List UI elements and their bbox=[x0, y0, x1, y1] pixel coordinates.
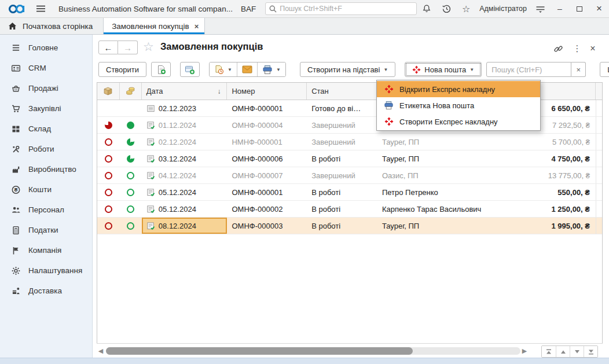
cell-sum[interactable]: 4 750,00, ₴ bbox=[498, 150, 596, 167]
cell-number[interactable]: ОМНФ-000007 bbox=[227, 167, 307, 183]
sidebar-item-company[interactable]: Компанія bbox=[0, 240, 92, 260]
cell-shipment-status[interactable] bbox=[97, 218, 120, 234]
order-row[interactable]: 04.12.2024ОМНФ-000007ЗавершенийОазис, ПП… bbox=[97, 167, 602, 184]
cell-payment-status[interactable] bbox=[120, 117, 142, 133]
more-menu-icon[interactable]: ⋮ bbox=[571, 43, 584, 54]
order-row[interactable]: 05.12.2024ОМНФ-000001В роботіПетро Петре… bbox=[97, 184, 602, 201]
go-up-row-button[interactable] bbox=[556, 346, 570, 357]
sidebar-item-taxes[interactable]: Податки bbox=[0, 220, 92, 240]
cell-payment-status[interactable] bbox=[120, 201, 142, 217]
cell-shipment-status[interactable] bbox=[97, 134, 120, 150]
cell-shipment-status[interactable] bbox=[97, 167, 120, 183]
back-button[interactable]: ← bbox=[98, 41, 118, 54]
cell-payment-status[interactable] bbox=[120, 134, 142, 150]
global-search-input[interactable] bbox=[280, 5, 413, 13]
scroll-left-icon[interactable]: ◀ bbox=[97, 347, 105, 355]
cell-sum[interactable]: 5 700,00, ₴ bbox=[498, 134, 596, 150]
create-button[interactable]: Створити bbox=[98, 62, 146, 77]
cell-number[interactable]: ОМНФ-000004 bbox=[227, 117, 307, 133]
more-button[interactable]: Ще ▼ bbox=[600, 62, 609, 77]
sidebar-item-money[interactable]: ₴Кошти bbox=[0, 179, 92, 200]
cell-number[interactable]: ОМНФ-000006 bbox=[227, 150, 307, 167]
cell-customer[interactable]: Карпенко Тарас Васильович bbox=[377, 201, 499, 217]
cell-state[interactable]: В роботі bbox=[307, 150, 377, 167]
go-last-row-button[interactable] bbox=[584, 346, 597, 357]
cell-number[interactable]: ОМНФ-000003 bbox=[227, 218, 307, 234]
cell-payment-status[interactable] bbox=[120, 218, 142, 234]
new-card-button[interactable] bbox=[180, 62, 200, 77]
cell-date[interactable]: 02.12.2024 bbox=[142, 134, 228, 150]
cell-number[interactable]: ОМНФ-000002 bbox=[227, 201, 307, 217]
column-payment[interactable] bbox=[120, 83, 142, 100]
global-search[interactable] bbox=[265, 2, 417, 15]
scroll-right-icon[interactable]: ▶ bbox=[520, 347, 529, 355]
column-number[interactable]: Номер bbox=[227, 83, 307, 100]
form-close-icon[interactable]: × bbox=[586, 43, 599, 54]
sidebar-item-production[interactable]: Виробництво bbox=[0, 159, 92, 179]
sidebar-item-warehouse[interactable]: Склад bbox=[0, 119, 92, 139]
sidebar-item-purchases[interactable]: Закупівлі bbox=[0, 98, 92, 119]
cell-state[interactable]: Завершений bbox=[307, 167, 377, 183]
cell-state[interactable]: В роботі bbox=[307, 201, 377, 217]
go-first-row-button[interactable] bbox=[542, 346, 556, 357]
tab-home[interactable]: Початкова сторінка bbox=[0, 18, 103, 34]
service-menu-icon[interactable] bbox=[530, 0, 550, 17]
cell-date[interactable]: 04.12.2024 bbox=[142, 167, 228, 183]
schedule-button[interactable]: ▼ bbox=[210, 62, 237, 76]
sidebar-item-menu[interactable]: Головне bbox=[0, 38, 92, 58]
cell-sum[interactable]: 550,00, ₴ bbox=[498, 184, 596, 200]
link-icon[interactable] bbox=[552, 43, 564, 54]
tab-close-icon[interactable]: × bbox=[195, 22, 199, 31]
sidebar-item-crm[interactable]: CRM bbox=[0, 58, 92, 78]
sidebar-item-staff[interactable]: Персонал bbox=[0, 200, 92, 220]
menu-item[interactable]: Етикетка Нова пошта bbox=[377, 97, 540, 113]
cell-state[interactable]: В роботі bbox=[307, 184, 377, 200]
cell-shipment-status[interactable] bbox=[97, 150, 120, 167]
order-row[interactable]: 05.12.2024ОМНФ-000002В роботіКарпенко Та… bbox=[97, 201, 602, 218]
cell-customer[interactable]: Таурег, ПП bbox=[377, 150, 499, 167]
maximize-button[interactable] bbox=[570, 0, 589, 17]
minimize-button[interactable]: – bbox=[550, 0, 570, 17]
cell-date[interactable]: 01.12.2024 bbox=[142, 117, 228, 133]
cell-state[interactable]: Завершений bbox=[307, 134, 377, 150]
nova-poshta-button[interactable]: Нова пошта ▼ bbox=[405, 62, 482, 77]
sidebar-item-works[interactable]: Роботи bbox=[0, 139, 92, 159]
sidebar-item-sales[interactable]: Продажі bbox=[0, 78, 92, 98]
hamburger-icon[interactable] bbox=[36, 5, 46, 13]
cell-payment-status[interactable] bbox=[120, 100, 142, 116]
copy-document-button[interactable] bbox=[151, 62, 171, 77]
sidebar-item-settings[interactable]: Налаштування bbox=[0, 260, 92, 281]
user-menu[interactable]: Адміністратор bbox=[476, 5, 530, 13]
cell-number[interactable]: ОМНФ-000001 bbox=[227, 100, 307, 116]
column-shipment[interactable] bbox=[97, 83, 120, 100]
cell-payment-status[interactable] bbox=[120, 184, 142, 200]
cell-number[interactable]: ОМНФ-000001 bbox=[227, 184, 307, 200]
clear-search-icon[interactable]: × bbox=[571, 62, 586, 77]
cell-sum[interactable]: 13 775,00, ₴ bbox=[498, 167, 596, 183]
menu-item[interactable]: Відкрити Експрес накладну bbox=[377, 81, 540, 97]
cell-number[interactable]: НМНФ-000001 bbox=[227, 134, 307, 150]
cell-customer[interactable]: Таурег, ПП bbox=[377, 218, 499, 234]
cell-date[interactable]: 05.12.2024 bbox=[142, 201, 228, 217]
column-date[interactable]: Дата ↓ bbox=[142, 83, 228, 100]
cell-date[interactable]: 08.12.2024 bbox=[142, 218, 228, 234]
cell-payment-status[interactable] bbox=[120, 167, 142, 183]
print-button[interactable]: ▼ bbox=[257, 62, 285, 76]
cell-customer[interactable]: Петро Петренко bbox=[377, 184, 499, 200]
horizontal-scrollbar[interactable] bbox=[106, 347, 520, 355]
cell-date[interactable]: 03.12.2024 bbox=[142, 150, 228, 167]
menu-item[interactable]: Створити Експрес накладну bbox=[377, 113, 540, 130]
cell-date[interactable]: 02.12.2023 bbox=[142, 100, 228, 116]
cell-sum[interactable]: 1 250,00, ₴ bbox=[498, 201, 596, 217]
cell-customer[interactable]: Таурег, ПП bbox=[377, 134, 499, 150]
cell-shipment-status[interactable] bbox=[97, 100, 120, 116]
order-row[interactable]: 03.12.2024ОМНФ-000006В роботіТаурег, ПП4… bbox=[97, 150, 602, 167]
cell-shipment-status[interactable] bbox=[97, 184, 120, 200]
tab-orders[interactable]: Замовлення покупців × bbox=[103, 18, 205, 34]
cell-sum[interactable]: 1 995,00, ₴ bbox=[498, 218, 596, 234]
create-based-on-button[interactable]: Створити на підставі ▼ bbox=[300, 62, 395, 77]
table-search-input[interactable] bbox=[486, 62, 571, 77]
sidebar-item-delivery[interactable]: Доставка bbox=[0, 281, 92, 301]
cell-shipment-status[interactable] bbox=[97, 117, 120, 133]
cell-shipment-status[interactable] bbox=[97, 201, 120, 217]
